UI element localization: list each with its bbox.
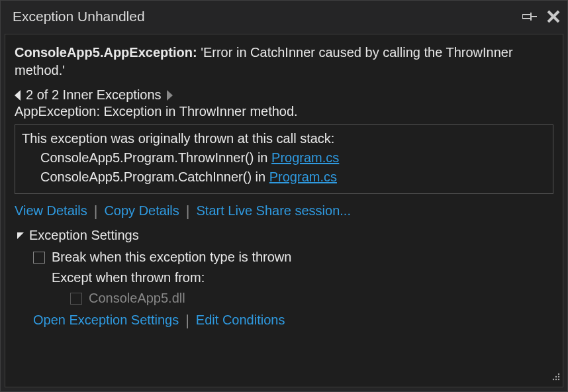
svg-point-7 xyxy=(558,376,559,377)
dll-row: ConsoleApp5.dll xyxy=(33,288,553,309)
separator: | xyxy=(185,313,189,328)
svg-point-5 xyxy=(558,373,559,375)
svg-rect-0 xyxy=(522,15,531,19)
dll-name: ConsoleApp5.dll xyxy=(89,288,185,309)
exception-helper-window: Exception Unhandled ConsoleApp5.AppExcep… xyxy=(0,0,568,392)
settings-body: Break when this exception type is thrown… xyxy=(15,247,553,309)
frame-text: ConsoleApp5.Program.ThrowInner() in xyxy=(40,150,271,165)
dll-checkbox xyxy=(70,293,82,305)
svg-point-8 xyxy=(553,379,554,380)
stack-frame: ConsoleApp5.Program.CatchInner() in Prog… xyxy=(22,168,546,187)
callstack-box: This exception was originally thrown at … xyxy=(15,124,553,194)
inner-exception-detail: AppException: Exception in ThrowInner me… xyxy=(15,104,553,119)
titlebar-controls xyxy=(522,9,561,24)
next-inner-icon[interactable] xyxy=(167,90,173,101)
svg-point-9 xyxy=(555,379,557,380)
break-checkbox-row: Break when this exception type is thrown xyxy=(33,247,553,268)
stack-frame: ConsoleApp5.Program.ThrowInner() in Prog… xyxy=(22,148,546,168)
live-share-link[interactable]: Start Live Share session... xyxy=(197,203,351,219)
bottom-links: Open Exception Settings | Edit Condition… xyxy=(15,313,553,328)
copy-details-link[interactable]: Copy Details xyxy=(104,203,179,219)
exception-settings-toggle[interactable]: Exception Settings xyxy=(15,228,553,243)
settings-header-label: Exception Settings xyxy=(29,228,139,243)
source-file-link[interactable]: Program.cs xyxy=(269,170,337,184)
view-details-link[interactable]: View Details xyxy=(15,203,87,219)
break-checkbox[interactable] xyxy=(33,252,45,264)
close-icon[interactable] xyxy=(546,9,561,24)
action-row: View Details | Copy Details | Start Live… xyxy=(15,203,553,219)
inner-nav-text: 2 of 2 Inner Exceptions xyxy=(26,87,162,103)
content-area: ConsoleApp5.AppException: 'Error in Catc… xyxy=(5,34,563,387)
exception-message: ConsoleApp5.AppException: 'Error in Catc… xyxy=(15,44,553,79)
expand-icon xyxy=(17,232,24,239)
open-exception-settings-link[interactable]: Open Exception Settings xyxy=(33,313,179,328)
edit-conditions-link[interactable]: Edit Conditions xyxy=(196,313,285,328)
source-file-link[interactable]: Program.cs xyxy=(271,150,339,165)
separator: | xyxy=(94,204,98,219)
inner-exception-nav: 2 of 2 Inner Exceptions xyxy=(15,87,553,103)
resize-grip-icon[interactable] xyxy=(551,369,560,384)
except-when-label: Except when thrown from: xyxy=(33,268,553,288)
frame-text: ConsoleApp5.Program.CatchInner() in xyxy=(40,170,269,184)
svg-point-10 xyxy=(558,379,559,380)
exception-type: ConsoleApp5.AppException: xyxy=(15,45,197,60)
callstack-intro: This exception was originally thrown at … xyxy=(22,129,546,148)
titlebar: Exception Unhandled xyxy=(1,1,567,32)
pin-icon[interactable] xyxy=(522,11,537,22)
titlebar-title: Exception Unhandled xyxy=(13,9,145,24)
break-label: Break when this exception type is thrown xyxy=(52,247,291,268)
separator: | xyxy=(186,204,190,219)
prev-inner-icon[interactable] xyxy=(15,90,21,101)
svg-point-6 xyxy=(555,376,557,377)
